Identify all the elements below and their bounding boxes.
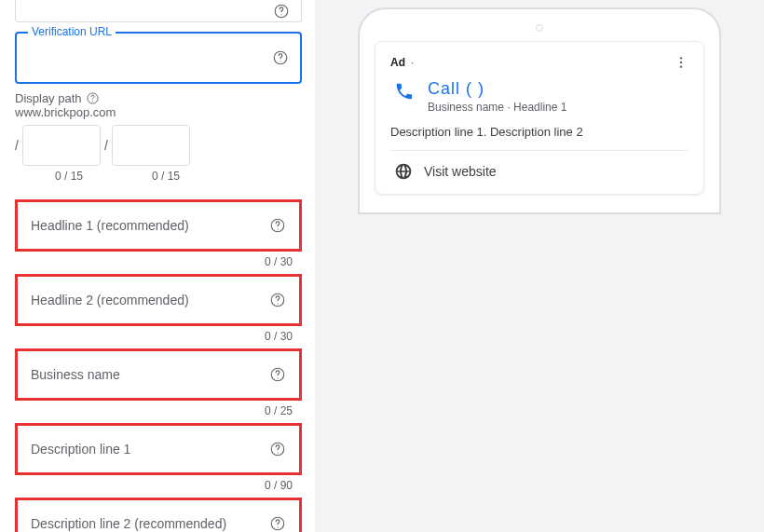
preview-panel: Ad · Call ( ) Business name · Headline 1 [315, 0, 764, 532]
visit-website-text: Visit website [424, 164, 497, 179]
help-icon[interactable] [272, 49, 289, 66]
business-name-field[interactable]: Business name [15, 348, 302, 401]
headline1-counter: 0 / 30 [15, 255, 302, 268]
help-icon[interactable] [269, 441, 286, 457]
desc1-field[interactable]: Description line 1 [15, 423, 302, 475]
svg-point-9 [680, 61, 682, 63]
path-slash: / [15, 138, 19, 153]
help-icon[interactable] [269, 366, 286, 383]
svg-point-8 [680, 57, 682, 59]
previous-field-bottom[interactable] [15, 0, 302, 22]
call-row[interactable]: Call ( ) Business name · Headline 1 [390, 79, 689, 114]
verification-url-field[interactable]: Verification URL [15, 32, 302, 84]
more-menu-icon[interactable] [674, 55, 689, 70]
headline2-placeholder: Headline 2 (recommended) [31, 293, 269, 307]
display-path-row: / / [15, 125, 300, 166]
display-path-domain: www.brickpop.com [15, 105, 300, 119]
form-panel: Verification URL Display path www.brickp… [0, 0, 315, 532]
desc1-counter: 0 / 90 [15, 479, 302, 492]
phone-camera-icon [536, 24, 543, 32]
headline1-field[interactable]: Headline 1 (recommended) [15, 199, 302, 252]
previous-field-input[interactable] [16, 0, 301, 21]
desc2-field[interactable]: Description line 2 (recommended) [15, 498, 302, 532]
svg-point-10 [680, 65, 682, 67]
path1-input[interactable] [23, 126, 100, 165]
visit-website-link[interactable]: Visit website [390, 151, 689, 190]
phone-frame: Ad · Call ( ) Business name · Headline 1 [358, 7, 721, 214]
help-icon[interactable] [269, 292, 286, 308]
verification-url-input[interactable] [17, 34, 300, 82]
display-path-label: Display path [15, 91, 300, 105]
headline2-field[interactable]: Headline 2 (recommended) [15, 274, 302, 326]
path-slash: / [104, 138, 108, 153]
desc1-placeholder: Description line 1 [31, 442, 269, 457]
headline2-counter: 0 / 30 [15, 330, 302, 343]
help-icon[interactable] [269, 217, 286, 234]
business-name-placeholder: Business name [31, 367, 269, 382]
path1-counter: 0 / 15 [30, 170, 108, 183]
help-icon[interactable] [273, 3, 290, 20]
path-counters: 0 / 15 0 / 15 [15, 170, 300, 183]
ad-separator: · [411, 56, 414, 69]
description-line: Description line 1. Description line 2 [390, 125, 689, 151]
path2-field[interactable] [112, 125, 190, 166]
help-icon[interactable] [86, 91, 100, 105]
path2-input[interactable] [113, 126, 189, 165]
business-name-counter: 0 / 25 [15, 404, 302, 417]
headline1-placeholder: Headline 1 (recommended) [31, 218, 269, 233]
ad-badge: Ad [390, 56, 405, 69]
globe-icon [394, 162, 413, 181]
path1-field[interactable] [22, 125, 101, 166]
call-text: Call ( ) [428, 79, 566, 99]
verification-url-label: Verification URL [28, 25, 116, 38]
business-headline-line: Business name · Headline 1 [428, 101, 566, 114]
ad-header-row: Ad · [390, 55, 689, 70]
phone-icon [394, 81, 415, 102]
desc2-placeholder: Description line 2 (recommended) [31, 516, 269, 531]
ad-preview-card: Ad · Call ( ) Business name · Headline 1 [375, 41, 704, 195]
help-icon[interactable] [269, 515, 286, 532]
path2-counter: 0 / 15 [127, 170, 205, 183]
